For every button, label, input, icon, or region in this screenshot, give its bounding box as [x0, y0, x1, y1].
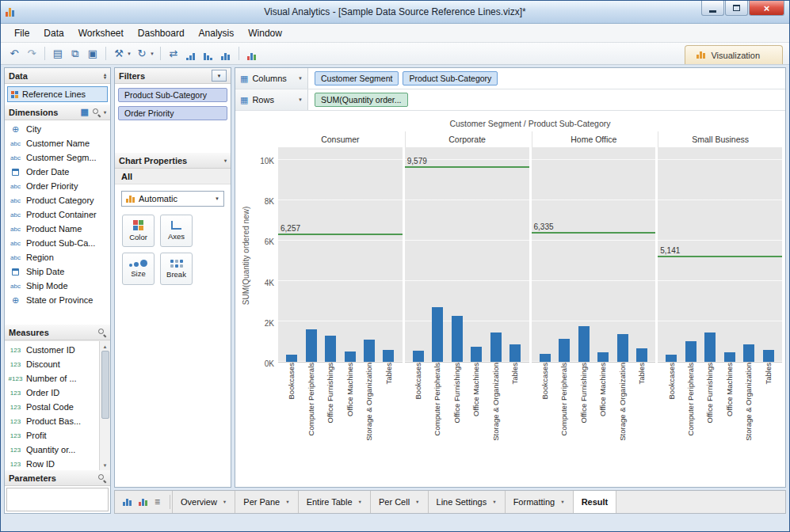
filters-dropdown-button[interactable]: ▼ [212, 70, 227, 82]
measure-item[interactable]: 123Order ID [5, 386, 99, 400]
undo-icon[interactable]: ↶ [7, 46, 21, 62]
bar[interactable] [559, 339, 570, 362]
x-axis-label[interactable]: Computer Peripherals [433, 363, 442, 435]
bar[interactable] [597, 352, 609, 362]
measure-item[interactable]: 123Product Bas... [5, 414, 99, 428]
filter-pill-order-priority[interactable]: Order Priority [118, 106, 227, 120]
bar[interactable] [685, 341, 696, 362]
visualization-tab[interactable]: Visualization [685, 45, 783, 64]
bar[interactable] [666, 355, 677, 362]
dimension-item[interactable]: Order Date [5, 165, 110, 179]
chevron-down-icon[interactable]: ▼ [127, 51, 132, 56]
sort-descending-icon[interactable] [201, 46, 216, 62]
mark-type-select[interactable]: Automatic ▼ [121, 191, 224, 207]
scope-row[interactable]: All [115, 169, 231, 184]
dimension-item[interactable]: abcOrder Priority [5, 179, 110, 193]
swap-rows-columns-icon[interactable]: ⇄ [166, 46, 181, 62]
bar[interactable] [743, 344, 754, 362]
reference-line[interactable] [405, 166, 529, 168]
bar[interactable] [471, 347, 482, 362]
reference-line[interactable] [532, 232, 656, 234]
bar[interactable] [413, 351, 424, 362]
reference-line[interactable] [658, 256, 782, 257]
measure-item[interactable]: 123Profit [5, 428, 99, 443]
bar-chart-icon[interactable] [219, 46, 233, 62]
bar[interactable] [704, 332, 716, 362]
row-pill[interactable]: SUM(Quantity order... [315, 93, 408, 107]
x-axis-label[interactable]: Storage & Organization [364, 363, 374, 441]
bar[interactable] [325, 336, 336, 362]
bar[interactable] [345, 352, 356, 362]
maximize-button[interactable] [725, 1, 748, 16]
bar[interactable] [540, 354, 551, 362]
scrollbar-thumb[interactable] [101, 351, 109, 419]
refresh-icon[interactable]: ↻ [135, 46, 149, 62]
measure-item[interactable]: 123Row ID [5, 457, 99, 470]
scroll-up-icon[interactable]: ▲ [103, 342, 108, 351]
search-icon[interactable] [92, 108, 101, 116]
bar[interactable] [636, 348, 647, 362]
measure-item[interactable]: 123Customer ID [5, 343, 99, 357]
dimension-item[interactable]: abcProduct Sub-Ca... [5, 236, 110, 250]
x-axis-label[interactable]: Computer Peripherals [559, 363, 569, 435]
tab-per-cell[interactable]: Per Cell▼ [371, 491, 429, 513]
x-axis-label[interactable]: Computer Peripherals [686, 363, 696, 435]
x-axis-label[interactable]: Bookcases [287, 363, 296, 399]
x-axis-label[interactable]: Office Machines [598, 363, 608, 416]
x-axis-label[interactable]: Office Furnishings [579, 363, 589, 423]
redo-icon[interactable]: ↷ [25, 46, 39, 62]
menu-item-data[interactable]: Data [36, 25, 71, 41]
x-axis-label[interactable]: Office Furnishings [452, 363, 462, 423]
data-source-item[interactable]: Reference Lines [7, 86, 108, 102]
x-axis-label[interactable]: Office Furnishings [326, 363, 335, 423]
dimension-item[interactable]: Ship Date [5, 264, 110, 279]
bar[interactable] [724, 352, 735, 362]
dimension-item[interactable]: abcShip Mode [5, 279, 110, 293]
column-pill-product-sub-category[interactable]: Product Sub-Category [403, 71, 498, 86]
size-button[interactable]: Size [122, 253, 155, 285]
collapse-expand-icon[interactable]: ▴▾ [104, 73, 106, 79]
x-axis-label[interactable]: Computer Peripherals [307, 363, 316, 435]
bar[interactable] [452, 316, 463, 362]
tab-line-settings[interactable]: Line Settings▼ [429, 491, 506, 513]
close-button[interactable]: × [749, 1, 784, 16]
search-icon[interactable] [97, 328, 106, 336]
presentation-icon[interactable] [245, 46, 259, 62]
measure-item[interactable]: 123Discount [5, 357, 99, 371]
x-axis-label[interactable]: Tables [764, 363, 773, 384]
x-axis-label[interactable]: Tables [637, 363, 647, 384]
tab-formatting[interactable]: Formatting▼ [506, 491, 574, 513]
dimension-item[interactable]: abcProduct Container [5, 207, 110, 222]
color-button[interactable]: Color [122, 215, 155, 247]
view-as-table-icon[interactable]: ▦ [81, 108, 89, 116]
x-axis-label[interactable]: Bookcases [414, 363, 423, 399]
measure-item[interactable]: #123Number of ... [5, 371, 99, 386]
dimension-item[interactable]: abcRegion [5, 250, 110, 264]
dimension-item[interactable]: abcCustomer Segm... [5, 150, 110, 165]
x-axis-label[interactable]: Office Machines [471, 363, 481, 416]
bar[interactable] [306, 329, 317, 362]
dimension-item[interactable]: abcProduct Name [5, 222, 110, 236]
bar[interactable] [617, 334, 628, 362]
x-axis-label[interactable]: Office Furnishings [705, 363, 715, 423]
bar[interactable] [490, 332, 502, 362]
x-axis-label[interactable]: Storage & Organization [491, 363, 501, 441]
x-axis-label[interactable]: Bookcases [667, 363, 677, 399]
reference-line[interactable] [278, 234, 403, 235]
search-icon[interactable] [97, 473, 106, 482]
scroll-down-icon[interactable]: ▼ [103, 461, 108, 469]
grouped-chart-view-icon[interactable] [139, 499, 147, 506]
new-worksheet-icon[interactable]: ▤ [51, 46, 65, 62]
menu-item-window[interactable]: Window [241, 25, 289, 41]
tab-overview[interactable]: Overview▼ [172, 491, 235, 513]
x-axis-label[interactable]: Tables [510, 363, 520, 384]
bar[interactable] [432, 307, 443, 362]
break-button[interactable]: Break [160, 253, 193, 285]
measure-item[interactable]: 123Quantity or... [5, 443, 99, 457]
save-icon[interactable]: ▣ [86, 46, 100, 62]
bar[interactable] [763, 350, 774, 362]
x-axis-label[interactable]: Storage & Organization [744, 363, 754, 441]
menu-item-analysis[interactable]: Analysis [192, 25, 242, 41]
columns-shelf-button[interactable]: ▦ Columns ▼ [235, 68, 308, 89]
menu-item-dashboard[interactable]: Dashboard [131, 25, 192, 41]
